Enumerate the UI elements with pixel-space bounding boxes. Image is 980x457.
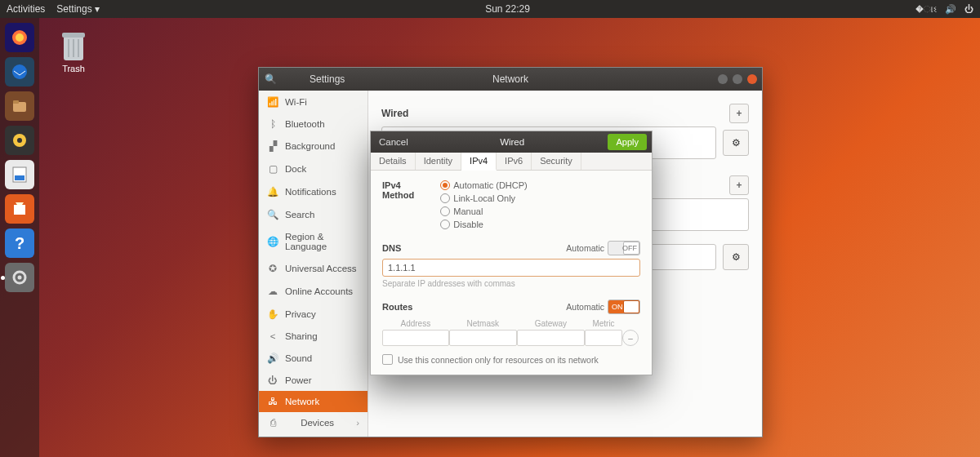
appmenu-settings[interactable]: Settings ▾	[56, 3, 100, 15]
desktop-trash[interactable]: Trash	[57, 28, 90, 73]
dock-settings-icon[interactable]	[5, 263, 34, 292]
wired-settings-gear-icon[interactable]: ⚙	[723, 130, 749, 156]
add-wired-button[interactable]: +	[729, 104, 749, 123]
route-address-input[interactable]	[382, 330, 449, 346]
route-row: –	[382, 330, 640, 346]
window-titlebar[interactable]: 🔍 Settings Network	[259, 68, 762, 91]
volume-indicator-icon[interactable]: 🔊	[945, 4, 956, 15]
settings-sidebar[interactable]: 📶Wi-FiᛒBluetooth▞Background▢Dock🔔Notific…	[259, 91, 368, 437]
sidebar-item-label: Background	[285, 141, 335, 151]
dock-help-icon[interactable]: ?	[5, 228, 34, 258]
sidebar-item-notifications[interactable]: 🔔Notifications	[259, 180, 368, 203]
sidebar-item-bluetooth[interactable]: ᛒBluetooth	[259, 113, 368, 135]
sidebar-icon: 🌐	[267, 236, 278, 247]
route-netmask-input[interactable]	[449, 330, 517, 346]
sidebar-icon: ▢	[267, 163, 278, 175]
network-proxy-gear-icon[interactable]: ⚙	[723, 244, 749, 270]
sidebar-icon: 🖧	[267, 397, 278, 406]
sidebar-item-network[interactable]: 🖧Network	[259, 391, 368, 412]
apply-button[interactable]: Apply	[608, 134, 647, 150]
add-vpn-button[interactable]: +	[729, 175, 749, 195]
route-col-address: Address	[382, 317, 449, 330]
ipv4-method-link-local-only[interactable]: Link-Local Only	[440, 193, 538, 203]
dock-rhythmbox-icon[interactable]	[5, 126, 34, 155]
gnome-topbar: Activities Settings ▾ Sun 22:29 �ାଽ 🔊 ⏻	[0, 0, 980, 18]
sidebar-icon: ⏻	[267, 375, 278, 385]
ipv4-method-automatic-dhcp-[interactable]: Automatic (DHCP)	[440, 180, 538, 190]
power-indicator-icon[interactable]: ⏻	[964, 4, 973, 15]
only-resources-label: Use this connection only for resources o…	[398, 355, 599, 365]
sidebar-item-label: Sound	[285, 353, 312, 363]
sidebar-item-online-accounts[interactable]: ☁Online Accounts	[259, 280, 368, 303]
sidebar-item-label: Network	[285, 397, 319, 406]
sidebar-item-label: Region & Language	[285, 232, 359, 251]
sidebar-icon: 📶	[267, 96, 278, 108]
sidebar-icon: 🔍	[267, 209, 278, 220]
sidebar-item-label: Universal Access	[285, 264, 357, 273]
route-metric-input[interactable]	[585, 330, 622, 346]
sidebar-item-sound[interactable]: 🔊Sound	[259, 347, 368, 370]
sidebar-item-sharing[interactable]: <Sharing	[259, 326, 368, 347]
sidebar-item-details[interactable]: ⓘDetails›	[259, 433, 368, 437]
only-resources-checkbox[interactable]	[382, 354, 393, 365]
dock-thunderbird-icon[interactable]	[5, 57, 34, 87]
sidebar-item-background[interactable]: ▞Background	[259, 135, 368, 158]
sidebar-item-privacy[interactable]: ✋Privacy	[259, 303, 368, 326]
radio-icon	[440, 193, 450, 203]
routes-automatic-toggle[interactable]: ON	[608, 299, 640, 314]
tab-security[interactable]: Security	[532, 153, 581, 170]
ipv4-method-label: IPv4 Method	[382, 180, 416, 200]
dns-automatic-toggle[interactable]: OFF	[608, 241, 640, 255]
route-col-metric: Metric	[585, 317, 622, 330]
sidebar-item-label: Privacy	[285, 309, 316, 319]
route-gateway-input[interactable]	[517, 330, 585, 346]
sidebar-item-power[interactable]: ⏻Power	[259, 370, 368, 391]
radio-icon	[440, 206, 450, 216]
dialog-title: Wired	[416, 137, 608, 147]
sidebar-icon: <	[267, 331, 278, 341]
sidebar-item-label: Bluetooth	[285, 119, 325, 129]
window-title-left: Settings	[282, 73, 345, 85]
sidebar-item-search[interactable]: 🔍Search	[259, 203, 368, 226]
search-icon[interactable]: 🔍	[259, 73, 282, 85]
chevron-right-icon: ›	[356, 418, 359, 428]
sidebar-item-label: Wi-Fi	[285, 97, 307, 107]
dialog-header[interactable]: Cancel Wired Apply	[371, 131, 652, 153]
radio-label: Disable	[453, 220, 483, 229]
clock[interactable]: Sun 22:29	[100, 3, 915, 15]
cancel-button[interactable]: Cancel	[371, 131, 416, 153]
tab-identity[interactable]: Identity	[416, 153, 461, 170]
sidebar-item-wi-fi[interactable]: 📶Wi-Fi	[259, 91, 368, 113]
sidebar-item-label: Search	[285, 210, 314, 220]
sidebar-item-universal-access[interactable]: ✪Universal Access	[259, 257, 368, 280]
network-indicator-icon[interactable]: �ାଽ	[915, 4, 937, 15]
activities-button[interactable]: Activities	[7, 3, 45, 15]
route-col-netmask: Netmask	[449, 317, 517, 330]
radio-label: Manual	[453, 206, 483, 216]
sidebar-item-devices[interactable]: ⎙Devices›	[259, 412, 368, 433]
ipv4-method-disable[interactable]: Disable	[440, 220, 538, 229]
system-tray[interactable]: �ାଽ 🔊 ⏻	[915, 4, 973, 15]
ipv4-method-manual[interactable]: Manual	[440, 206, 538, 216]
section-wired-label: Wired	[381, 108, 408, 119]
dock-files-icon[interactable]	[5, 91, 34, 121]
dns-servers-input[interactable]	[382, 259, 640, 277]
dock-software-icon[interactable]	[5, 194, 34, 224]
svg-point-11	[18, 276, 22, 280]
sidebar-icon: ☁	[267, 286, 278, 297]
window-minimize-icon[interactable]	[718, 74, 728, 84]
svg-rect-4	[13, 100, 19, 104]
sidebar-item-region-language[interactable]: 🌐Region & Language	[259, 226, 368, 257]
routes-automatic-label: Automatic	[566, 302, 604, 312]
dock-libreoffice-icon[interactable]	[5, 160, 34, 189]
tab-ipv4[interactable]: IPv4	[461, 153, 497, 171]
route-remove-button[interactable]: –	[622, 330, 639, 346]
tab-details[interactable]: Details	[371, 153, 416, 170]
window-maximize-icon[interactable]	[733, 74, 742, 84]
sidebar-item-dock[interactable]: ▢Dock	[259, 158, 368, 180]
sidebar-item-label: Power	[285, 375, 312, 385]
window-close-icon[interactable]	[747, 74, 757, 84]
tab-ipv6[interactable]: IPv6	[497, 153, 532, 170]
dns-hint: Separate IP addresses with commas	[382, 279, 640, 288]
dock-firefox-icon[interactable]	[5, 23, 34, 52]
